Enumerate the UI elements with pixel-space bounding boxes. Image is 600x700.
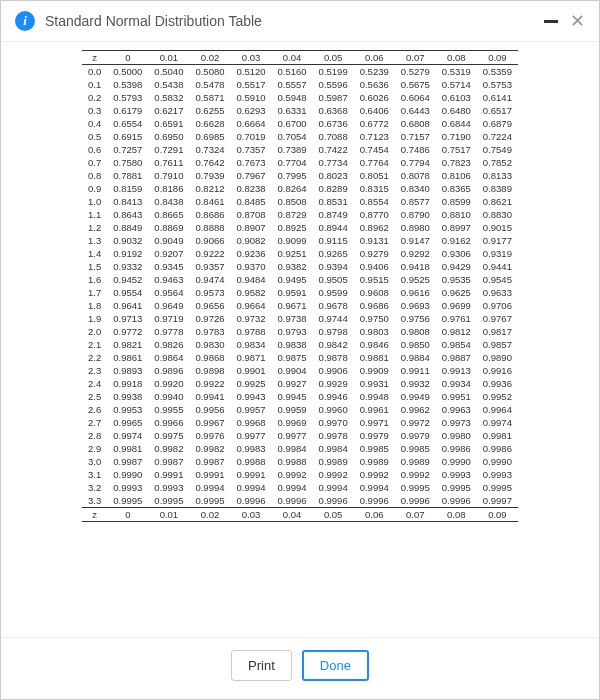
probability-cell: 0.6554 <box>107 117 148 130</box>
probability-cell: 0.9357 <box>189 260 230 273</box>
probability-cell: 0.7995 <box>272 169 313 182</box>
probability-cell: 0.6915 <box>107 130 148 143</box>
probability-cell: 0.9938 <box>107 390 148 403</box>
probability-cell: 0.9452 <box>107 273 148 286</box>
z-value: 2.3 <box>82 364 107 377</box>
probability-cell: 0.9995 <box>477 481 518 494</box>
probability-cell: 0.9292 <box>395 247 436 260</box>
z-value: 0.5 <box>82 130 107 143</box>
probability-cell: 0.7291 <box>148 143 189 156</box>
probability-cell: 0.9991 <box>230 468 271 481</box>
probability-cell: 0.9545 <box>477 273 518 286</box>
probability-cell: 0.7123 <box>354 130 395 143</box>
probability-cell: 0.5557 <box>272 78 313 91</box>
probability-cell: 0.8461 <box>189 195 230 208</box>
probability-cell: 0.9032 <box>107 234 148 247</box>
column-footer: 0.03 <box>230 508 271 522</box>
probability-cell: 0.9616 <box>395 286 436 299</box>
probability-cell: 0.7611 <box>148 156 189 169</box>
probability-cell: 0.9868 <box>189 351 230 364</box>
done-button[interactable]: Done <box>302 650 369 681</box>
probability-cell: 0.9925 <box>230 377 271 390</box>
table-row: 0.20.57930.58320.58710.59100.59480.59870… <box>82 91 518 104</box>
probability-cell: 0.9996 <box>354 494 395 508</box>
probability-cell: 0.9979 <box>354 429 395 442</box>
probability-cell: 0.8925 <box>272 221 313 234</box>
probability-cell: 0.9962 <box>395 403 436 416</box>
probability-cell: 0.7422 <box>313 143 354 156</box>
probability-cell: 0.9989 <box>395 455 436 468</box>
table-container: z00.010.020.030.040.050.060.070.080.09 0… <box>1 42 599 637</box>
probability-cell: 0.6950 <box>148 130 189 143</box>
probability-cell: 0.9756 <box>395 312 436 325</box>
probability-cell: 0.7967 <box>230 169 271 182</box>
probability-cell: 0.9608 <box>354 286 395 299</box>
probability-cell: 0.9992 <box>272 468 313 481</box>
z-value: 1.3 <box>82 234 107 247</box>
probability-cell: 0.5636 <box>354 78 395 91</box>
probability-cell: 0.9918 <box>107 377 148 390</box>
probability-cell: 0.9222 <box>189 247 230 260</box>
probability-cell: 0.6591 <box>148 117 189 130</box>
column-footer: 0.08 <box>436 508 477 522</box>
probability-cell: 0.8238 <box>230 182 271 195</box>
probability-cell: 0.9554 <box>107 286 148 299</box>
probability-cell: 0.7019 <box>230 130 271 143</box>
probability-cell: 0.9993 <box>107 481 148 494</box>
probability-cell: 0.9345 <box>148 260 189 273</box>
z-value: 2.8 <box>82 429 107 442</box>
probability-cell: 0.9821 <box>107 338 148 351</box>
table-row: 1.10.86430.86650.86860.87080.87290.87490… <box>82 208 518 221</box>
probability-cell: 0.9463 <box>148 273 189 286</box>
column-footer: 0.07 <box>395 508 436 522</box>
z-value: 1.4 <box>82 247 107 260</box>
table-body: 0.00.50000.50400.50800.51200.51600.51990… <box>82 65 518 508</box>
column-footer: 0.01 <box>148 508 189 522</box>
probability-cell: 0.5438 <box>148 78 189 91</box>
probability-cell: 0.8849 <box>107 221 148 234</box>
probability-cell: 0.9251 <box>272 247 313 260</box>
probability-cell: 0.9985 <box>395 442 436 455</box>
probability-cell: 0.9131 <box>354 234 395 247</box>
probability-cell: 0.8186 <box>148 182 189 195</box>
probability-cell: 0.9838 <box>272 338 313 351</box>
minimize-icon[interactable] <box>544 20 558 23</box>
probability-cell: 0.9082 <box>230 234 271 247</box>
probability-cell: 0.9515 <box>354 273 395 286</box>
probability-cell: 0.6179 <box>107 104 148 117</box>
probability-cell: 0.9484 <box>230 273 271 286</box>
probability-cell: 0.8289 <box>313 182 354 195</box>
probability-cell: 0.9890 <box>477 351 518 364</box>
probability-cell: 0.9207 <box>148 247 189 260</box>
probability-cell: 0.9788 <box>230 325 271 338</box>
probability-cell: 0.9686 <box>354 299 395 312</box>
probability-cell: 0.9952 <box>477 390 518 403</box>
probability-cell: 0.7549 <box>477 143 518 156</box>
table-row: 2.90.99810.99820.99820.99830.99840.99840… <box>82 442 518 455</box>
probability-cell: 0.5398 <box>107 78 148 91</box>
probability-cell: 0.7642 <box>189 156 230 169</box>
probability-cell: 0.5000 <box>107 65 148 79</box>
probability-cell: 0.9988 <box>272 455 313 468</box>
probability-cell: 0.9994 <box>272 481 313 494</box>
probability-cell: 0.9916 <box>477 364 518 377</box>
close-icon[interactable]: ✕ <box>570 14 585 28</box>
table-row: 0.60.72570.72910.73240.73570.73890.74220… <box>82 143 518 156</box>
probability-cell: 0.9887 <box>436 351 477 364</box>
probability-cell: 0.8830 <box>477 208 518 221</box>
probability-cell: 0.9941 <box>189 390 230 403</box>
probability-cell: 0.9573 <box>189 286 230 299</box>
probability-cell: 0.8708 <box>230 208 271 221</box>
dialog-window: i Standard Normal Distribution Table ✕ z… <box>0 0 600 700</box>
probability-cell: 0.8980 <box>395 221 436 234</box>
z-value: 3.1 <box>82 468 107 481</box>
probability-cell: 0.9922 <box>189 377 230 390</box>
probability-cell: 0.9909 <box>354 364 395 377</box>
z-value: 1.2 <box>82 221 107 234</box>
probability-cell: 0.9564 <box>148 286 189 299</box>
probability-cell: 0.8599 <box>436 195 477 208</box>
probability-cell: 0.9192 <box>107 247 148 260</box>
print-button[interactable]: Print <box>231 650 292 681</box>
column-header: z <box>82 51 107 65</box>
probability-cell: 0.8643 <box>107 208 148 221</box>
